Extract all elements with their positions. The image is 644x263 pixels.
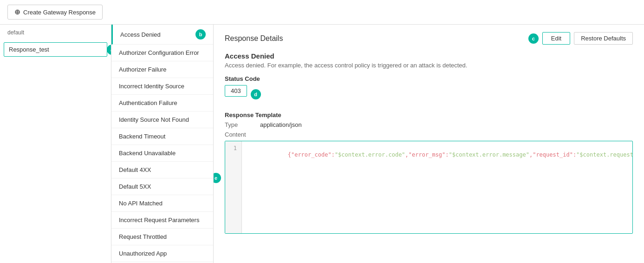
right-panel: Response Details c Edit Restore Defaults… [214,25,644,263]
badge-d: d [251,89,261,99]
middle-item-label-authentication-failure: Authentication Failure [119,99,177,106]
middle-item-incorrect-request-params[interactable]: Incorrect Request Parameters [111,212,213,229]
code-string-content: {"error_code":"$context.error.code","err… [288,151,632,158]
middle-item-label-unauthorized-app: Unauthorized App [119,250,167,257]
middle-item-unauthorized-app[interactable]: Unauthorized App [111,245,213,262]
type-row: Type application/json [225,121,633,128]
type-value: application/json [260,121,302,128]
access-denied-heading: Access Denied [225,52,633,60]
middle-item-default-5xx[interactable]: Default 5XX [111,178,213,195]
edit-button[interactable]: Edit [542,32,570,45]
type-label: Type [225,121,253,128]
middle-item-label-default-5xx: Default 5XX [119,183,151,190]
response-template-label: Response Template [225,112,633,118]
restore-defaults-button[interactable]: Restore Defaults [574,32,633,45]
middle-item-request-throttled[interactable]: Request Throttled [111,229,213,245]
middle-panel: Access Denied b Authorizer Configuration… [111,25,214,263]
badge-e: e [214,173,221,183]
code-content[interactable]: {"error_code":"$context.error.code","err… [242,141,632,233]
plus-icon: ⊕ [14,8,20,16]
line-number-1: 1 [234,145,237,151]
middle-item-authorizer-failure[interactable]: Authorizer Failure [111,61,213,78]
right-panel-header: Response Details c Edit Restore Defaults [225,32,633,45]
middle-item-identity-source-not-found[interactable]: Identity Source Not Found [111,112,213,128]
middle-item-label-identity-source-not-found: Identity Source Not Found [119,116,189,123]
status-code-label: Status Code [225,75,633,82]
status-code-value: 403 [225,85,247,97]
content-label: Content [225,131,253,138]
middle-item-label-backend-timeout: Backend Timeout [119,133,165,140]
main-layout: default Response_test a Access Denied b … [0,25,644,263]
middle-item-label-authorizer-config-error: Authorizer Configuration Error [119,49,199,56]
code-editor[interactable]: 1 {"error_code":"$context.error.code","e… [225,141,633,234]
panel-title: Response Details [225,34,283,43]
middle-item-authentication-failure[interactable]: Authentication Failure [111,95,213,112]
middle-item-backend-timeout[interactable]: Backend Timeout [111,128,213,145]
header-actions: c Edit Restore Defaults [528,32,633,45]
middle-item-label-no-api-matched: No API Matched [119,200,163,207]
middle-item-label-access-denied: Access Denied [120,31,161,38]
middle-item-no-api-matched[interactable]: No API Matched [111,195,213,212]
middle-item-backend-unavailable[interactable]: Backend Unavailable [111,145,213,162]
response-template-section: Response Template Type application/json … [225,112,633,234]
middle-item-authorizer-config-error[interactable]: Authorizer Configuration Error [111,45,213,61]
sidebar-selected-item[interactable]: Response_test a [4,42,107,57]
middle-item-label-incorrect-request-params: Incorrect Request Parameters [119,217,199,224]
badge-b: b [195,29,206,39]
middle-item-incorrect-identity-source[interactable]: Incorrect Identity Source [111,78,213,95]
content-row: Content [225,131,633,138]
create-button-label: Create Gateway Response [23,9,96,16]
create-gateway-response-button[interactable]: ⊕ Create Gateway Response [7,5,103,20]
code-editor-wrapper: e 1 {"error_code":"$context.error.code",… [225,141,633,234]
access-denied-description: Access denied. For example, the access c… [225,62,633,69]
sidebar-item-label: Response_test [9,46,49,53]
middle-item-label-authorizer-failure: Authorizer Failure [119,66,167,73]
sidebar: default Response_test a [0,25,111,263]
default-label: default [0,25,111,40]
middle-item-label-default-4xx: Default 4XX [119,166,151,173]
middle-item-default-4xx[interactable]: Default 4XX [111,162,213,178]
badge-a: a [107,45,111,55]
top-bar: ⊕ Create Gateway Response [0,0,644,25]
middle-item-label-incorrect-identity-source: Incorrect Identity Source [119,83,184,90]
middle-item-access-denied[interactable]: Access Denied b [111,25,213,45]
middle-item-label-backend-unavailable: Backend Unavailable [119,150,176,157]
middle-item-label-request-throttled: Request Throttled [119,233,167,240]
badge-c: c [528,33,539,44]
line-numbers: 1 [225,141,242,233]
